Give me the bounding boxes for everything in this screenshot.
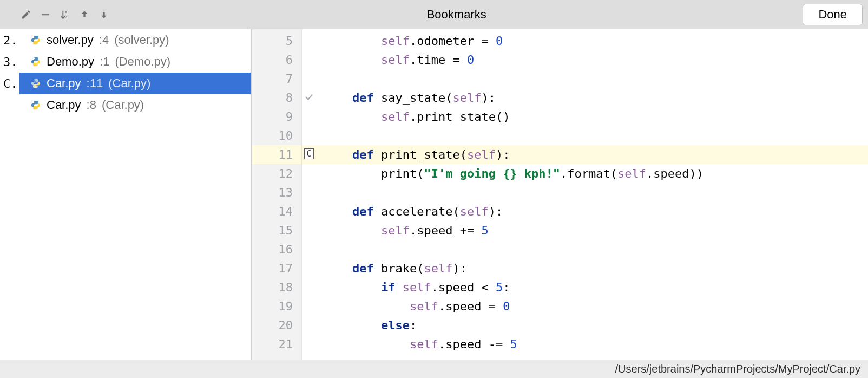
bookmark-note: (Demo.py) (115, 55, 170, 69)
bookmark-row[interactable]: 3.Demo.py:1(Demo.py) (0, 51, 251, 73)
code-line[interactable]: self.speed += 5 (302, 221, 868, 240)
move-up-icon[interactable] (78, 8, 91, 21)
panel-title: Bookmarks (110, 8, 803, 22)
code-line[interactable]: def say_state(self): (302, 88, 868, 107)
remove-icon[interactable] (39, 8, 52, 21)
bookmark-note: (Car.py) (108, 76, 150, 90)
gutter-line[interactable]: 16 (252, 240, 301, 259)
code-line[interactable]: def brake(self): (302, 259, 868, 278)
gutter-check-icon (304, 92, 314, 102)
bookmark-filename: Car.py (47, 98, 81, 112)
file-path: /Users/jetbrains/PycharmProjects/MyProje… (615, 363, 860, 375)
bookmark-line: :1 (100, 55, 109, 69)
bookmark-mnemonic: 2. (1, 34, 16, 47)
gutter-line[interactable]: 14 (252, 202, 301, 221)
gutter-line[interactable]: 17 (252, 259, 301, 278)
gutter-line[interactable]: 9 (252, 107, 301, 126)
bookmark-row[interactable]: Car.py:8(Car.py) (0, 94, 251, 116)
code-line[interactable]: self.time = 0 (302, 50, 868, 69)
gutter-line[interactable]: 15 (252, 221, 301, 240)
gutter-line[interactable]: 5 (252, 31, 301, 50)
code-column[interactable]: self.odometer = 0 self.time = 0 def say_… (302, 29, 868, 360)
gutter-line[interactable]: 18 (252, 278, 301, 297)
bookmark-row[interactable]: C.Car.py:11(Car.py) (0, 73, 251, 94)
gutter-line[interactable]: 13 (252, 183, 301, 202)
gutter-line[interactable]: 8 (252, 88, 301, 107)
bookmark-line: :11 (87, 76, 103, 90)
code-line[interactable] (302, 240, 868, 259)
gutter-line[interactable]: 19 (252, 297, 301, 316)
bookmark-row[interactable]: 2.solver.py:4(solver.py) (0, 29, 251, 51)
bookmark-note: (Car.py) (102, 98, 144, 112)
gutter-line[interactable]: 6 (252, 50, 301, 69)
code-line[interactable] (302, 183, 868, 202)
bookmark-mnemonic: C. (1, 77, 16, 90)
code-line[interactable]: self.odometer = 0 (302, 31, 868, 50)
bookmark-filename: Demo.py (47, 55, 94, 69)
bookmark-item[interactable]: Demo.py:1(Demo.py) (19, 51, 251, 73)
bookmark-item[interactable]: Car.py:8(Car.py) (19, 94, 251, 116)
code-line[interactable]: else: (302, 316, 868, 335)
bookmark-mnemonic-marker[interactable]: C (304, 148, 314, 159)
code-line[interactable]: if self.speed < 5: (302, 278, 868, 297)
code-line[interactable]: self.speed -= 5 (302, 335, 868, 354)
bookmark-item[interactable]: Car.py:11(Car.py) (19, 73, 251, 94)
code-line[interactable]: def accelerate(self): (302, 202, 868, 221)
gutter-line[interactable]: 21 (252, 335, 301, 354)
code-line[interactable] (302, 126, 868, 145)
code-line[interactable]: print("I'm going {} kph!".format(self.sp… (302, 164, 868, 183)
code-line[interactable] (302, 69, 868, 88)
bookmark-item[interactable]: solver.py:4(solver.py) (19, 29, 251, 51)
bookmark-filename: Car.py (47, 76, 81, 90)
status-bar: /Users/jetbrains/PycharmProjects/MyProje… (0, 360, 868, 378)
bookmark-line: :8 (87, 98, 96, 112)
edit-icon[interactable] (19, 8, 32, 21)
gutter-line[interactable]: 7 (252, 69, 301, 88)
move-down-icon[interactable] (97, 8, 110, 21)
editor-area: 567891011C12131415161718192021 self.odom… (252, 29, 868, 360)
gutter-line[interactable]: 12 (252, 164, 301, 183)
gutter-line[interactable]: 20 (252, 316, 301, 335)
editor-gutter: 567891011C12131415161718192021 (252, 29, 302, 360)
gutter-line[interactable]: 11C (252, 145, 301, 164)
code-line[interactable]: self.print_state() (302, 107, 868, 126)
header-bar: az Bookmarks Done (0, 0, 868, 29)
toolbar: az (5, 8, 110, 21)
svg-rect-0 (42, 14, 49, 15)
done-button[interactable]: Done (803, 4, 863, 25)
main-split: 2.solver.py:4(solver.py)3.Demo.py:1(Demo… (0, 29, 868, 360)
bookmark-line: :4 (99, 33, 109, 47)
gutter-line[interactable]: 10 (252, 126, 301, 145)
code-line[interactable]: self.speed = 0 (302, 297, 868, 316)
bookmark-note: (solver.py) (114, 33, 169, 47)
code-line[interactable]: def print_state(self): (302, 145, 868, 164)
sort-az-icon[interactable]: az (58, 8, 71, 21)
bookmarks-sidebar: 2.solver.py:4(solver.py)3.Demo.py:1(Demo… (0, 29, 252, 360)
bookmark-filename: solver.py (47, 33, 94, 47)
svg-text:z: z (65, 15, 67, 19)
bookmark-mnemonic: 3. (1, 55, 16, 69)
